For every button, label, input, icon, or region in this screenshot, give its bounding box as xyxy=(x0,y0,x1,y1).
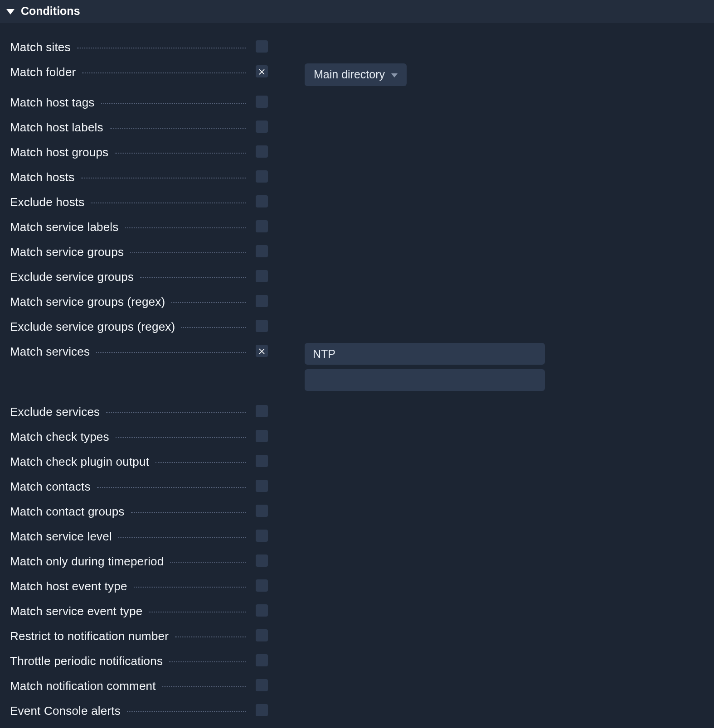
dots xyxy=(106,412,246,413)
row-event-console-alerts: Event Console alerts xyxy=(10,702,704,719)
panel-title: Conditions xyxy=(21,5,80,18)
label-text: Match service groups (regex) xyxy=(10,293,165,310)
row-match-host-event-type: Match host event type xyxy=(10,578,704,595)
label-text: Match check types xyxy=(10,428,109,445)
dots xyxy=(131,512,246,513)
row-match-service-level: Match service level xyxy=(10,528,704,545)
checkbox-restrict-to-notification-number[interactable] xyxy=(256,629,268,641)
row-match-hosts: Match hosts xyxy=(10,169,704,186)
checkbox-match-contact-groups[interactable] xyxy=(256,505,268,517)
dots xyxy=(81,178,246,178)
checkbox-match-check-plugin-output[interactable] xyxy=(256,455,268,467)
label: Match folder xyxy=(10,63,246,81)
label-text: Throttle periodic notifications xyxy=(10,652,163,670)
label-text: Event Console alerts xyxy=(10,702,121,719)
checkbox-match-service-groups-regex[interactable] xyxy=(256,295,268,307)
label-text: Match sites xyxy=(10,39,71,56)
label-text: Exclude service groups (regex) xyxy=(10,318,175,335)
label-text: Restrict to notification number xyxy=(10,627,169,645)
label-text: Match host groups xyxy=(10,144,108,161)
panel-header[interactable]: Conditions xyxy=(0,0,714,23)
close-icon xyxy=(257,347,266,355)
row-exclude-service-groups-regex: Exclude service groups (regex) xyxy=(10,318,704,335)
dots xyxy=(97,487,246,488)
label-text: Exclude service groups xyxy=(10,268,134,285)
label: Match sites xyxy=(10,39,246,56)
checkbox-match-only-during-timeperiod[interactable] xyxy=(256,554,268,567)
checkbox-match-services[interactable] xyxy=(256,345,268,357)
label-text: Match host event type xyxy=(10,578,127,595)
row-match-service-labels: Match service labels xyxy=(10,218,704,236)
label-text: Exclude services xyxy=(10,403,100,420)
row-exclude-services: Exclude services xyxy=(10,403,704,420)
checkbox-match-service-level[interactable] xyxy=(256,530,268,542)
checkbox-match-service-labels[interactable] xyxy=(256,220,268,232)
dots xyxy=(175,636,246,637)
row-match-service-groups: Match service groups xyxy=(10,243,704,260)
row-exclude-service-groups: Exclude service groups xyxy=(10,268,704,285)
checkbox-throttle-periodic-notifications[interactable] xyxy=(256,654,268,666)
row-match-notification-comment: Match notification comment xyxy=(10,677,704,694)
checkbox-match-host-groups[interactable] xyxy=(256,145,268,158)
row-match-check-types: Match check types xyxy=(10,428,704,445)
row-match-service-event-type: Match service event type xyxy=(10,603,704,620)
dots xyxy=(149,612,246,612)
row-match-only-during-timeperiod: Match only during timeperiod xyxy=(10,553,704,570)
label-text: Match contacts xyxy=(10,478,91,495)
dots xyxy=(162,686,246,687)
checkbox-match-folder[interactable] xyxy=(256,65,268,77)
folder-select[interactable]: Main directory xyxy=(305,63,407,86)
label-text: Match contact groups xyxy=(10,503,125,520)
dots xyxy=(125,227,246,228)
checkbox-event-console-alerts[interactable] xyxy=(256,704,268,716)
dots xyxy=(171,302,246,303)
checkbox-match-check-types[interactable] xyxy=(256,430,268,442)
close-icon xyxy=(257,67,266,76)
checkbox-match-host-tags[interactable] xyxy=(256,96,268,108)
label-text: Match host tags xyxy=(10,94,95,111)
dots xyxy=(91,202,246,203)
dots xyxy=(170,562,246,563)
dots xyxy=(140,277,246,278)
row-match-folder: Match folder Main directory xyxy=(10,63,704,86)
chevron-down-icon xyxy=(391,73,398,77)
dots xyxy=(118,537,246,538)
dots xyxy=(116,437,246,438)
service-pattern-input-2[interactable] xyxy=(305,369,545,391)
label-text: Match host labels xyxy=(10,119,103,136)
checkbox-match-service-groups[interactable] xyxy=(256,245,268,257)
dots xyxy=(155,462,246,463)
row-match-contact-groups: Match contact groups xyxy=(10,503,704,520)
checkbox-match-hosts[interactable] xyxy=(256,170,268,183)
checkbox-match-host-event-type[interactable] xyxy=(256,579,268,592)
checkbox-exclude-service-groups-regex[interactable] xyxy=(256,320,268,332)
row-match-host-labels: Match host labels xyxy=(10,119,704,136)
dots xyxy=(169,661,246,662)
label-text: Match check plugin output xyxy=(10,453,149,470)
services-input-stack xyxy=(305,343,704,395)
row-match-service-groups-regex: Match service groups (regex) xyxy=(10,293,704,310)
row-match-sites: Match sites xyxy=(10,39,704,56)
select-value: Main directory xyxy=(314,67,385,82)
checkbox-exclude-services[interactable] xyxy=(256,405,268,417)
label-text: Exclude hosts xyxy=(10,193,84,211)
row-match-services: Match services xyxy=(10,343,704,395)
row-restrict-to-notification-number: Restrict to notification number xyxy=(10,627,704,645)
checkbox-match-notification-comment[interactable] xyxy=(256,679,268,691)
row-match-contacts: Match contacts xyxy=(10,478,704,495)
checkbox-exclude-service-groups[interactable] xyxy=(256,270,268,282)
label-text: Match service groups xyxy=(10,243,124,260)
dots xyxy=(77,48,246,48)
dots xyxy=(82,72,246,73)
label-text: Match service level xyxy=(10,528,112,545)
checkbox-match-sites[interactable] xyxy=(256,40,268,53)
panel-body: Match sites Match folder Main directory xyxy=(0,23,714,728)
checkbox-match-service-event-type[interactable] xyxy=(256,604,268,617)
checkbox-exclude-hosts[interactable] xyxy=(256,195,268,207)
checkbox-match-contacts[interactable] xyxy=(256,480,268,492)
dots xyxy=(127,711,246,712)
label-text: Match hosts xyxy=(10,169,74,186)
service-pattern-input-1[interactable] xyxy=(305,343,545,365)
checkbox-match-host-labels[interactable] xyxy=(256,121,268,133)
collapse-icon xyxy=(6,9,15,14)
